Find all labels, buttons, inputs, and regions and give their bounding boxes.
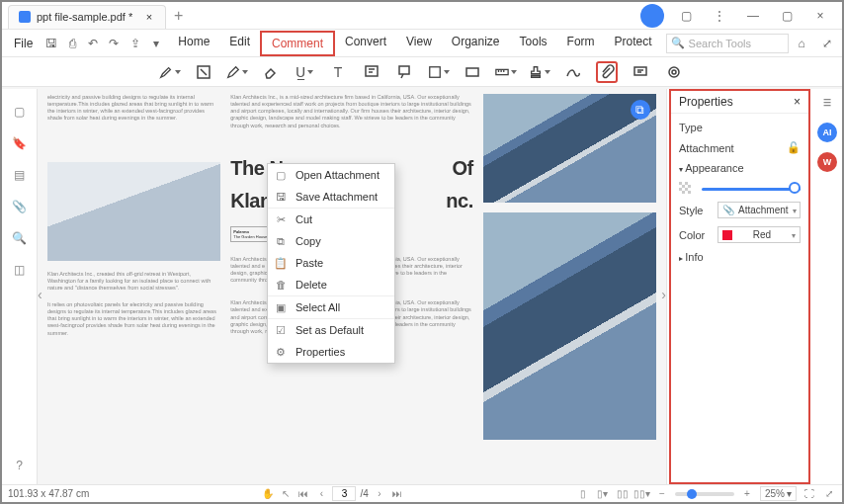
ctx-select-all[interactable]: ▣Select All xyxy=(268,296,394,318)
area-highlight-tool[interactable] xyxy=(193,61,214,83)
redo-icon[interactable]: ↷ xyxy=(106,35,123,52)
document-tab[interactable]: ppt file-sample.pdf * × xyxy=(8,5,166,29)
page-input[interactable] xyxy=(332,486,356,501)
more-icon[interactable]: ⋮ xyxy=(708,4,731,28)
image-edit-badge[interactable]: ⧉ xyxy=(631,100,650,120)
ctx-paste[interactable]: 📋Paste xyxy=(268,252,394,274)
tab-view[interactable]: View xyxy=(396,31,442,56)
fit-page-icon[interactable]: ⛶ xyxy=(802,487,816,501)
last-page-icon[interactable]: ⏭ xyxy=(390,487,404,501)
attachment-icon: 📎 xyxy=(722,205,734,215)
tab-convert[interactable]: Convert xyxy=(335,31,396,56)
attachment-tool[interactable] xyxy=(596,61,618,83)
cut-icon: ✂ xyxy=(274,212,288,226)
search-tools-input[interactable]: 🔍 Search Tools xyxy=(666,34,789,53)
lock-icon[interactable]: 🔓 xyxy=(787,141,801,154)
comments-panel-icon[interactable]: ▤ xyxy=(11,166,29,184)
callout-tool[interactable] xyxy=(394,61,416,83)
underline-tool[interactable]: U̲ xyxy=(294,61,315,83)
stamp-tool[interactable] xyxy=(529,61,550,83)
window-maximize[interactable]: ▢ xyxy=(775,4,799,28)
prev-page-icon[interactable]: ‹ xyxy=(314,487,328,501)
style-select[interactable]: 📎 Attachment xyxy=(717,202,801,218)
tab-add-button[interactable]: + xyxy=(174,7,183,25)
attachments-panel-icon[interactable]: 📎 xyxy=(11,198,29,215)
file-menu[interactable]: File xyxy=(8,35,39,52)
single-page-icon[interactable]: ▯ xyxy=(576,487,590,501)
save-icon[interactable]: 🖫 xyxy=(42,35,59,52)
tab-organize[interactable]: Organize xyxy=(442,31,510,56)
window-minimize[interactable]: — xyxy=(741,4,765,28)
expand-icon[interactable]: ⤢ xyxy=(818,35,836,52)
color-select[interactable]: Red xyxy=(717,226,801,243)
hide-comments-tool[interactable] xyxy=(663,61,685,83)
tab-comment[interactable]: Comment xyxy=(260,31,335,56)
opacity-slider[interactable] xyxy=(702,182,801,194)
word-rail-icon[interactable]: W xyxy=(817,152,837,172)
measure-tool[interactable] xyxy=(495,61,517,83)
zoom-select[interactable]: 25%▾ xyxy=(760,486,797,501)
tab-tools[interactable]: Tools xyxy=(510,31,557,56)
settings-rail-icon[interactable]: ☰ xyxy=(817,93,837,113)
fields-panel-icon[interactable]: ◫ xyxy=(11,261,29,279)
tab-close-icon[interactable]: × xyxy=(143,11,155,23)
two-page-icon[interactable]: ▯▯ xyxy=(616,487,630,501)
ctx-set-default[interactable]: ☑Set as Default xyxy=(268,319,394,341)
help-icon[interactable]: ? xyxy=(11,457,29,474)
first-page-icon[interactable]: ⏮ xyxy=(296,487,310,501)
share-icon[interactable]: ⇪ xyxy=(127,35,143,52)
fullscreen-icon[interactable]: ⤢ xyxy=(822,487,836,501)
text-tool[interactable]: T xyxy=(327,61,349,83)
ctx-copy[interactable]: ⧉Copy xyxy=(268,230,394,252)
undo-icon[interactable]: ↶ xyxy=(85,35,102,52)
tab-edit[interactable]: Edit xyxy=(219,31,260,56)
highlighter-tool[interactable] xyxy=(159,61,181,83)
dropdown-icon[interactable]: ▾ xyxy=(147,35,164,52)
ctx-open-attachment[interactable]: ▢Open Attachment xyxy=(268,164,394,186)
default-icon: ☑ xyxy=(274,323,288,337)
tab-form[interactable]: Form xyxy=(557,31,605,56)
note-tool[interactable] xyxy=(361,61,382,83)
cloud-icon[interactable]: ⌂ xyxy=(793,35,810,52)
user-avatar[interactable] xyxy=(640,4,664,28)
image-block xyxy=(483,212,656,440)
show-comments-tool[interactable] xyxy=(630,61,651,83)
pencil-tool[interactable] xyxy=(226,61,248,83)
zoom-slider[interactable] xyxy=(675,492,734,496)
thumbnails-panel-icon[interactable]: ▢ xyxy=(11,103,29,121)
two-continuous-icon[interactable]: ▯▯▾ xyxy=(635,487,649,501)
hand-tool-icon[interactable]: ✋ xyxy=(261,487,275,501)
properties-icon: ⚙ xyxy=(274,345,288,359)
pdf-icon xyxy=(19,11,31,23)
panel-close-icon[interactable]: × xyxy=(794,95,801,109)
ctx-save-attachment[interactable]: 🖫Save Attachment xyxy=(268,186,394,208)
tab-home[interactable]: Home xyxy=(168,31,219,56)
page-next-arrow[interactable]: › xyxy=(661,287,666,302)
window-close[interactable]: × xyxy=(808,4,832,28)
tab-protect[interactable]: Protect xyxy=(605,31,662,56)
page-prev-arrow[interactable]: ‹ xyxy=(38,287,42,302)
info-section[interactable]: Info xyxy=(679,251,801,263)
zoom-in-icon[interactable]: + xyxy=(740,487,754,501)
continuous-icon[interactable]: ▯▾ xyxy=(596,487,610,501)
notes-icon[interactable]: ▢ xyxy=(674,4,698,28)
ctx-delete[interactable]: 🗑Delete xyxy=(268,274,394,295)
image-block: ⧉ xyxy=(483,94,656,203)
search-panel-icon[interactable]: 🔍 xyxy=(11,229,29,247)
print-icon[interactable]: ⎙ xyxy=(64,35,81,52)
zoom-out-icon[interactable]: − xyxy=(655,487,669,501)
appearance-section[interactable]: Appearance xyxy=(679,162,801,174)
signature-tool[interactable] xyxy=(562,61,584,83)
svg-rect-1 xyxy=(366,66,378,76)
eraser-tool[interactable] xyxy=(260,61,282,83)
ai-rail-icon[interactable]: AI xyxy=(817,123,837,142)
sticky-note-tool[interactable] xyxy=(462,61,483,83)
heading: nc. xyxy=(446,190,472,212)
ctx-properties[interactable]: ⚙Properties xyxy=(268,341,394,363)
ctx-cut[interactable]: ✂Cut xyxy=(268,209,394,230)
select-tool-icon[interactable]: ↖ xyxy=(279,487,293,501)
shape-tool[interactable] xyxy=(428,61,450,83)
context-menu: ▢Open Attachment 🖫Save Attachment ✂Cut ⧉… xyxy=(267,163,395,364)
bookmarks-panel-icon[interactable]: 🔖 xyxy=(11,134,29,152)
next-page-icon[interactable]: › xyxy=(373,487,386,501)
